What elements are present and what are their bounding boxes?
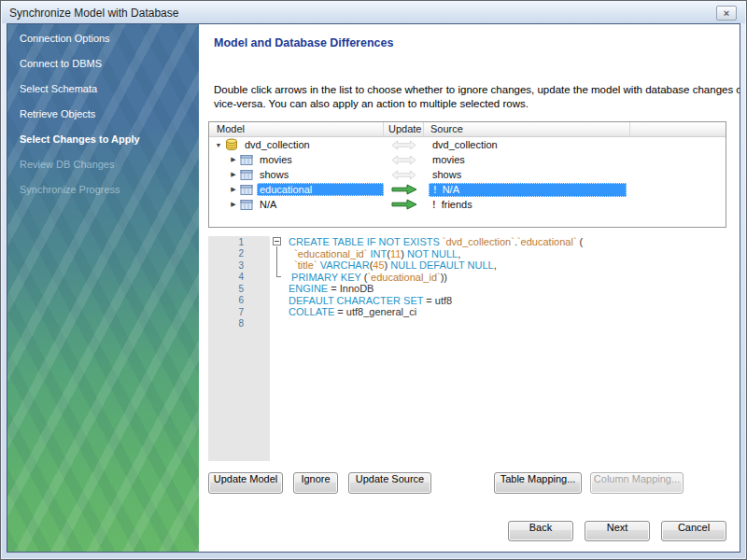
line-number: 7 — [208, 307, 244, 317]
expanded-expander-icon[interactable]: ▼ — [214, 142, 223, 148]
sql-code: ENGINE = InnoDB — [289, 283, 374, 294]
sidebar-step-review-db-changes: Review DB Changes — [7, 152, 199, 177]
next-button[interactable]: Next — [585, 521, 650, 541]
sql-token: PRIMARY KEY — [291, 272, 361, 283]
sql-token: `title` — [294, 259, 317, 271]
collapsed-expander-icon[interactable]: ▶ — [229, 171, 238, 178]
sql-code: CREATE TABLE IF NOT EXISTS `dvd_collecti… — [289, 236, 583, 247]
source-name: shows — [432, 169, 461, 180]
update-source-arrow-icon[interactable] — [384, 182, 424, 197]
sql-token: `educational_id` — [367, 272, 440, 283]
differences-tree: Model Update Source ▼dvd_collectiondvd_c… — [208, 121, 726, 228]
fold-line — [276, 248, 277, 260]
table-icon — [240, 184, 253, 196]
update-model-button[interactable]: Update Model — [208, 472, 283, 494]
column-header-source[interactable]: Source — [424, 122, 630, 136]
model-cell: ▼dvd_collection — [209, 137, 384, 152]
close-button[interactable]: × — [716, 6, 737, 21]
fold-margin — [270, 272, 289, 284]
sql-line: 2 `educational_id` INT(11) NOT NULL, — [208, 248, 737, 260]
column-header-update[interactable]: Update — [384, 122, 424, 136]
title-bar[interactable]: Synchronize Model with Database × — [2, 2, 745, 23]
sync-both-arrow-icon[interactable] — [384, 137, 424, 152]
column-header-blank — [630, 122, 726, 136]
sql-token: = utf8_general_ci — [334, 306, 416, 317]
source-cell: !N/A — [424, 182, 630, 197]
line-number: 3 — [208, 260, 244, 271]
line-number: 8 — [208, 318, 244, 329]
sidebar-step-retrieve-objects: Retrieve Objects — [7, 102, 199, 127]
sql-token: `educational` — [517, 236, 577, 247]
tree-row-movies[interactable]: ▶moviesmovies — [209, 152, 726, 167]
sql-preview-editor[interactable]: 1CREATE TABLE IF NOT EXISTS `dvd_collect… — [208, 236, 737, 461]
model-cell: ▶N/A — [209, 197, 384, 212]
sidebar-step-connection-options: Connection Options — [7, 26, 199, 51]
collapsed-expander-icon[interactable]: ▶ — [229, 201, 238, 208]
column-mapping-button: Column Mapping... — [590, 472, 684, 494]
line-number: 1 — [208, 237, 244, 247]
sidebar-step-select-schemata: Select Schemata — [7, 77, 199, 102]
ignore-button[interactable]: Ignore — [293, 472, 338, 494]
sidebar-step-select-changes-to-apply: Select Changes to Apply — [7, 127, 199, 152]
fold-margin — [270, 318, 289, 330]
sql-line: 6DEFAULT CHARACTER SET = utf8 — [208, 295, 737, 307]
source-selection: !N/A — [429, 183, 627, 197]
sql-code: `title` VARCHAR(45) NULL DEFAULT NULL, — [289, 259, 497, 271]
sql-code: COLLATE = utf8_general_ci — [289, 306, 416, 317]
line-number: 6 — [208, 295, 244, 305]
model-cell: ▶educational — [209, 182, 384, 197]
database-icon — [225, 138, 238, 151]
fold-margin[interactable] — [270, 236, 289, 248]
source-name: dvd_collection — [432, 139, 498, 150]
update-source-button[interactable]: Update Source — [348, 472, 431, 494]
dialog-client-area: Connection OptionsConnect to DBMSSelect … — [7, 23, 740, 553]
table-icon — [240, 199, 253, 211]
table-icon — [240, 169, 253, 181]
sql-token: INT — [370, 248, 387, 259]
sql-token: ( — [577, 236, 584, 247]
source-cell: shows — [424, 167, 630, 182]
sql-token: `dvd_collection` — [443, 236, 514, 247]
sql-line: 5ENGINE = InnoDB — [208, 283, 737, 295]
window-title: Synchronize Model with Database — [9, 7, 178, 20]
instructions-text: Double click arrows in the list to choos… — [214, 83, 740, 111]
sql-token: = utf8 — [423, 295, 452, 306]
fold-collapse-icon[interactable] — [273, 237, 281, 245]
model-name: shows — [257, 168, 384, 181]
content-area: Model and Database Differences Double cl… — [199, 24, 740, 552]
sql-token: 11 — [390, 248, 401, 259]
tree-row-dvd-collection[interactable]: ▼dvd_collectiondvd_collection — [209, 137, 726, 152]
model-name: dvd_collection — [242, 138, 384, 151]
instructions-line-2: vice-versa. You can also apply an action… — [214, 97, 740, 111]
sql-code: PRIMARY KEY (`educational_id`)) — [289, 272, 447, 283]
sql-code: DEFAULT CHARACTER SET = utf8 — [289, 295, 452, 306]
table-mapping-button[interactable]: Table Mapping... — [494, 472, 582, 494]
sql-token: = InnoDB — [328, 283, 374, 294]
sql-line: 1CREATE TABLE IF NOT EXISTS `dvd_collect… — [208, 236, 737, 248]
back-button[interactable]: Back — [508, 521, 573, 541]
tree-row-n-a[interactable]: ▶N/A!friends — [209, 197, 726, 212]
sql-token: , — [458, 248, 460, 259]
column-header-model[interactable]: Model — [209, 122, 384, 136]
sql-token: `educational_id` — [294, 248, 367, 259]
sql-line: 3 `title` VARCHAR(45) NULL DEFAULT NULL, — [208, 259, 737, 272]
line-number: 2 — [208, 248, 244, 259]
collapsed-expander-icon[interactable]: ▶ — [229, 156, 238, 163]
sql-line: 8 — [208, 318, 737, 330]
tree-row-shows[interactable]: ▶showsshows — [209, 167, 726, 182]
sql-code: `educational_id` INT(11) NOT NULL, — [289, 248, 460, 259]
collapsed-expander-icon[interactable]: ▶ — [229, 186, 238, 193]
table-icon — [240, 154, 253, 166]
model-name: movies — [257, 153, 384, 166]
dialog-window: Synchronize Model with Database × Connec… — [0, 0, 747, 560]
cancel-button[interactable]: Cancel — [661, 521, 726, 541]
tree-row-educational[interactable]: ▶educational!N/A — [209, 182, 726, 197]
source-cell: dvd_collection — [424, 137, 630, 152]
fold-margin — [270, 283, 289, 295]
source-name: friends — [442, 199, 472, 210]
update-source-arrow-icon[interactable] — [384, 197, 424, 212]
sync-both-arrow-icon[interactable] — [384, 152, 424, 167]
sql-token: 45 — [373, 259, 384, 271]
sync-both-arrow-icon[interactable] — [384, 167, 424, 182]
source-name: N/A — [443, 184, 459, 195]
